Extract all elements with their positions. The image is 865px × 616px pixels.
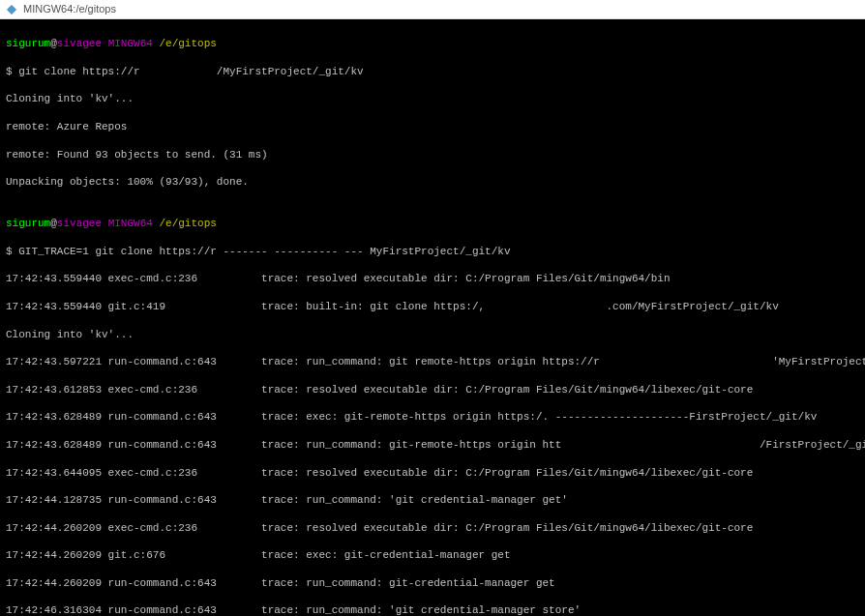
output-line: 17:42:43.559440 git.c:419 trace: built-i… xyxy=(6,300,859,313)
prompt-env: MINGW64 xyxy=(102,38,159,49)
output-line: 17:42:43.628489 run-command.c:643 trace:… xyxy=(6,410,859,424)
output-line: 17:42:43.612853 exec-cmd.c:236 trace: re… xyxy=(6,383,859,396)
command-line: $ git clone https://r /MyFirstProject/_g… xyxy=(6,65,859,78)
prompt-line: sigurum@sivagee MINGW64 /e/gitops xyxy=(6,217,859,230)
output-line: remote: Found 93 objects to send. (31 ms… xyxy=(6,148,859,161)
output-line: Unpacking objects: 100% (93/93), done. xyxy=(6,175,859,189)
output-line: 17:42:44.260209 run-command.c:643 trace:… xyxy=(6,576,859,590)
svg-marker-0 xyxy=(8,5,16,14)
window-title-bar: MINGW64:/e/gitops xyxy=(0,0,865,19)
output-line: 17:42:43.559440 exec-cmd.c:236 trace: re… xyxy=(6,272,859,285)
prompt-path: /e/gitops xyxy=(159,38,216,49)
terminal-output[interactable]: sigurum@sivagee MINGW64 /e/gitops $ git … xyxy=(0,19,865,616)
prompt-line: sigurum@sivagee MINGW64 /e/gitops xyxy=(6,37,859,50)
output-line: 17:42:44.260209 exec-cmd.c:236 trace: re… xyxy=(6,521,859,535)
output-line: 17:42:43.644095 exec-cmd.c:236 trace: re… xyxy=(6,466,859,480)
output-line: 17:42:43.628489 run-command.c:643 trace:… xyxy=(6,438,859,452)
command-line: $ GIT_TRACE=1 git clone https://r ------… xyxy=(6,245,859,258)
output-line: Cloning into 'kv'... xyxy=(6,328,859,341)
output-line: 17:42:44.128735 run-command.c:643 trace:… xyxy=(6,493,859,507)
mingw-icon xyxy=(6,4,17,15)
output-line: 17:42:44.260209 git.c:676 trace: exec: g… xyxy=(6,548,859,562)
prompt-host: sivagee xyxy=(57,38,102,49)
output-line: remote: Azure Repos xyxy=(6,120,859,133)
output-line: Cloning into 'kv'... xyxy=(6,92,859,105)
window-title: MINGW64:/e/gitops xyxy=(23,2,116,15)
output-line: 17:42:43.597221 run-command.c:643 trace:… xyxy=(6,355,859,368)
output-line: 17:42:46.316304 run-command.c:643 trace:… xyxy=(6,603,859,616)
prompt-user: sigurum xyxy=(6,38,50,49)
